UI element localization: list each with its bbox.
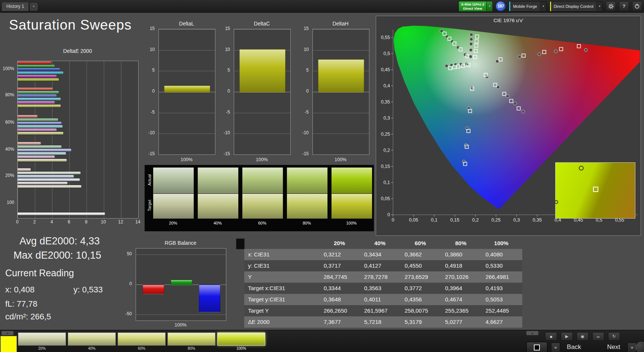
next-button[interactable]: Next xyxy=(601,343,627,352)
page-title: Saturation Sweeps xyxy=(9,17,132,33)
saturation-swatch-button[interactable]: 100% xyxy=(217,333,265,351)
measured-point xyxy=(445,64,448,67)
loop-button[interactable]: ∞ xyxy=(592,332,604,341)
deltae-gridline xyxy=(87,61,87,218)
play-button[interactable]: ▶ xyxy=(561,332,573,341)
deltae-bar xyxy=(18,91,59,94)
target-swatch xyxy=(287,193,328,219)
settings-button[interactable] xyxy=(606,1,616,11)
y-tick-label: 5 xyxy=(227,67,230,73)
gridline xyxy=(313,113,369,113)
measured-point xyxy=(513,102,517,105)
table-row-label: Target Y xyxy=(244,305,319,316)
refresh-button[interactable]: ↻ xyxy=(608,332,620,341)
table-cell: 0,3648 xyxy=(319,294,360,305)
actual-swatch xyxy=(287,167,328,194)
stop-square-icon xyxy=(534,345,540,351)
saturation-swatch-button[interactable]: 40% xyxy=(68,333,116,351)
table-cell: 0,3964 xyxy=(441,283,481,294)
deltae-bar xyxy=(18,213,105,215)
gridline xyxy=(159,29,215,30)
record-button[interactable]: ◉ xyxy=(577,332,589,341)
options-button[interactable] xyxy=(636,342,644,352)
saturation-label: 80% xyxy=(287,220,327,226)
table-row: Target Y266,2650261,5967258,0075255,2365… xyxy=(244,305,522,316)
dl-bar xyxy=(164,85,210,93)
table-cell: 0,3772 xyxy=(400,283,441,294)
stop-button[interactable]: ■ xyxy=(545,332,557,341)
cie-y-tick-label: 0,35 xyxy=(381,99,390,105)
collapse-right-panel-button[interactable]: ▲ xyxy=(526,331,538,335)
deltae-group-label: 100% xyxy=(3,66,14,71)
deltah-plot-area xyxy=(312,29,369,155)
table-cell: 261,5967 xyxy=(360,305,400,316)
target-swatch xyxy=(331,193,372,219)
measurement-count-badge[interactable]: 187 xyxy=(496,1,506,11)
swatch-color xyxy=(217,333,265,346)
collapse-left-panel-button[interactable]: ▲ xyxy=(1,331,13,335)
table-row-label: Target y:CIE31 xyxy=(244,294,319,305)
rgb-balance-chart: RGB Balance 500-50 100% xyxy=(121,240,230,329)
y-tick-label: 0 xyxy=(227,88,230,94)
y-tick-label: 50 xyxy=(127,251,132,256)
meter-dropdown[interactable]: X-Rite i1Pro 2 Direct View ▼ xyxy=(459,1,493,12)
deltae-bar xyxy=(18,65,55,67)
table-cell: 0,3662 xyxy=(400,249,441,260)
cie-chart-panel: CIE 1976 u'v' 000,050,050,10,10,150,150,… xyxy=(376,16,641,236)
back-skip-button[interactable]: « xyxy=(551,343,560,352)
measured-point xyxy=(462,160,466,163)
add-tab-button[interactable]: + xyxy=(30,3,37,10)
table-cell: 273,6529 xyxy=(400,271,441,283)
back-button[interactable]: Back xyxy=(561,343,587,352)
actual-swatch xyxy=(331,167,372,194)
y-tick-label: -50 xyxy=(126,311,132,316)
deltae2000-plot-area xyxy=(17,61,139,219)
deltal-x-label: 100% xyxy=(158,157,215,162)
saturation-swatch-button[interactable]: 20% xyxy=(18,333,66,351)
deltae-bar xyxy=(18,152,66,155)
source-dropdown-label: Mobile Forge xyxy=(509,4,540,9)
display-control-dropdown[interactable]: Direct Display Control ▼ xyxy=(550,1,603,12)
deltae-bar xyxy=(18,132,63,135)
actual-swatch xyxy=(153,167,194,194)
table-row-label: y: CIE31 xyxy=(244,260,319,271)
next-skip-button[interactable]: » xyxy=(628,343,637,352)
y-tick-label: -15 xyxy=(148,151,155,156)
gridline xyxy=(159,113,215,113)
deltae-x-tick-label: 0 xyxy=(12,219,22,225)
measured-point xyxy=(469,42,473,46)
saturation-swatch-button[interactable]: 60% xyxy=(118,333,166,351)
table-cell: 278,7278 xyxy=(360,271,400,283)
source-dropdown[interactable]: Mobile Forge ▼ xyxy=(509,1,546,12)
deltae2000-x-axis: 02468101214 xyxy=(2,219,142,225)
cie-y-tick-label: 0,4 xyxy=(384,83,390,88)
deltae-x-tick-label: 10 xyxy=(98,219,109,225)
deltac-y-axis: 151050-5-10-15 xyxy=(216,21,232,165)
gridline xyxy=(313,133,369,134)
deltae-bar xyxy=(18,98,61,100)
table-scroll-handle[interactable] xyxy=(236,238,245,249)
cie-y-tick-label: 0,1 xyxy=(384,180,390,185)
target-swatch xyxy=(197,193,239,219)
table-cell: 0,3212 xyxy=(319,249,360,260)
history-tab[interactable]: History 1 xyxy=(1,2,29,11)
saturation-label: 20% xyxy=(153,220,193,226)
table-cell: 0,4356 xyxy=(400,294,441,305)
y-tick-label: 15 xyxy=(150,26,155,31)
y-tick-label: -10 xyxy=(148,130,155,135)
table-cell: 5,7218 xyxy=(360,316,400,328)
measured-point xyxy=(496,60,499,63)
blank-screen-button[interactable] xyxy=(526,342,547,352)
measured-point xyxy=(554,50,557,53)
deltah-x-label: 100% xyxy=(312,157,369,162)
table-cell: 0,3563 xyxy=(360,283,400,294)
deltae-group-label: 60% xyxy=(5,120,14,125)
cie-x-tick-label: 0,3 xyxy=(513,217,520,223)
deltae-gridline xyxy=(138,61,139,218)
help-button[interactable]: ? xyxy=(619,1,629,11)
deltae-bar xyxy=(18,175,74,178)
power-button[interactable] xyxy=(632,1,642,11)
deltae-bar xyxy=(18,75,57,78)
table-cell: 0,3434 xyxy=(360,249,400,260)
saturation-swatch-button[interactable]: 80% xyxy=(167,333,215,351)
